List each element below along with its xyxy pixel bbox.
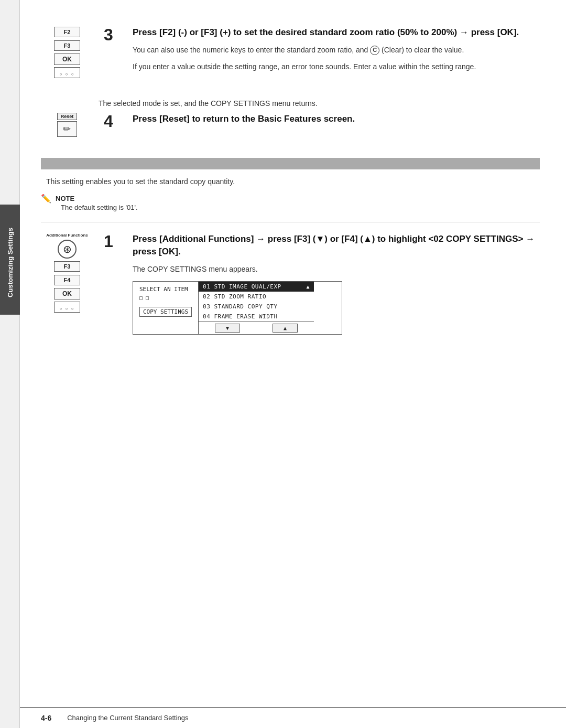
step-4-number: 4 (104, 113, 125, 130)
screen-left-panel: SELECT AN ITEM □ □ COPY SETTINGS (133, 282, 199, 334)
screen-nav-down: ▼ (215, 324, 240, 333)
af-label: Additional Functions (46, 233, 88, 238)
screen-copy-settings-label: COPY SETTINGS (139, 305, 192, 317)
chapter-label: Customizing Settings (0, 210, 20, 315)
step-3-title: Press [F2] (-) or [F3] (+) to set the de… (133, 26, 540, 39)
note-content: NOTE The default setting is '01'. (56, 194, 138, 211)
divider-line (41, 222, 540, 222)
step-3-keys: F2 F3 OK ○ ○ ○ (41, 26, 93, 78)
note-section: ✏️ NOTE The default setting is '01'. (41, 194, 540, 211)
screen-dots: □ □ (139, 295, 192, 301)
f3-key: F3 (54, 40, 80, 51)
main-content: F2 F3 OK ○ ○ ○ 3 Press [F2] (-) or [F3] … (20, 0, 566, 728)
step-1b-title: Press [Additional Functions] → press [F3… (133, 233, 540, 258)
footer-title: Changing the Current Standard Settings (67, 714, 188, 722)
screen-select-label: SELECT AN ITEM (139, 286, 192, 293)
step-1b-section: Additional Functions ⊛ F3 F4 OK ○ ○ ○ 1 … (41, 233, 540, 345)
step-4-keys: Reset ✏ (41, 113, 93, 137)
step-4-content: Press [Reset] to return to the Basic Fea… (133, 113, 540, 131)
reset-label: Reset (57, 113, 78, 120)
step-4-section: Reset ✏ 4 Press [Reset] to return to the… (41, 113, 540, 147)
step-1b-body: The COPY SETTINGS menu appears. (133, 263, 540, 275)
step-1b-keys: Additional Functions ⊛ F3 F4 OK ○ ○ ○ (41, 233, 93, 313)
sidebar: 4 Customizing Settings (0, 0, 20, 728)
step-1b-number: 1 (104, 233, 125, 250)
screen-nav-up: ▲ (273, 324, 298, 333)
step-3-section: F2 F3 OK ○ ○ ○ 3 Press [F2] (-) or [F3] … (41, 26, 540, 89)
step-1b-content: Press [Additional Functions] → press [F3… (133, 233, 540, 335)
section-intro: This setting enables you to set the stan… (41, 177, 540, 186)
additional-functions-icon: ⊛ (58, 240, 77, 259)
screen-row-2: 02 STD ZOOM RATIO (199, 292, 314, 302)
step-3-number: 3 (104, 26, 125, 43)
footer-page-number: 4-6 (41, 714, 51, 722)
step-3-body: You can also use the numeric keys to ent… (133, 44, 540, 56)
mid-text: The selected mode is set, and the COPY S… (41, 99, 540, 108)
ok-key: OK (54, 53, 80, 65)
section-divider-bar (41, 158, 540, 169)
screen-nav-buttons: ▼ ▲ (199, 322, 314, 334)
f2-key: F2 (54, 27, 80, 37)
f4-key: F4 (54, 275, 80, 285)
screen-row-3: 03 STANDARD COPY QTY (199, 302, 314, 312)
step-3-content: Press [F2] (-) or [F3] (+) to set the de… (133, 26, 540, 73)
screen-menu-rows: 01 STD IMAGE QUAL/EXP ▲ 02 STD ZOOM RATI… (199, 282, 314, 322)
reset-key-container: Reset ✏ (57, 113, 78, 137)
step-4-title: Press [Reset] to return to the Basic Fea… (133, 113, 540, 125)
note-icon: ✏️ (41, 194, 51, 204)
f3-key-b: F3 (54, 261, 80, 272)
reset-icon: ✏ (57, 121, 77, 137)
screen-row-4: 04 FRAME ERASE WIDTH (199, 312, 314, 322)
lcd-screen: SELECT AN ITEM □ □ COPY SETTINGS 01 STD … (133, 281, 342, 335)
screen-row-1: 01 STD IMAGE QUAL/EXP ▲ (199, 282, 314, 292)
screen-right-panel: 01 STD IMAGE QUAL/EXP ▲ 02 STD ZOOM RATI… (199, 282, 314, 334)
ok-key-b: OK (54, 288, 80, 299)
footer: 4-6 Changing the Current Standard Settin… (20, 707, 566, 728)
step-3-body2: If you enter a value outside the setting… (133, 61, 540, 72)
clear-icon: C (370, 46, 379, 55)
